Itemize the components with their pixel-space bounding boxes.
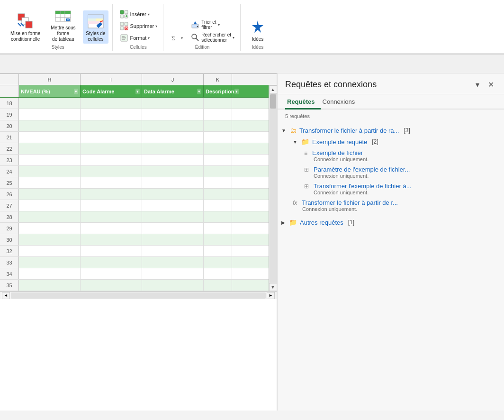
tab-requetes[interactable]: Requêtes <box>285 94 321 110</box>
cell-col-k[interactable] <box>204 177 232 188</box>
cell-col-k[interactable] <box>204 223 232 234</box>
query-item-transformer[interactable]: ▼ 🗂 Transformer le fichier à partir de r… <box>278 125 504 136</box>
cell-col-k[interactable] <box>204 234 232 245</box>
table-row[interactable]: 34 <box>0 268 269 280</box>
horizontal-scrollbar[interactable]: ◄ ► <box>0 291 277 299</box>
panel-close-btn[interactable]: ✕ <box>486 79 496 90</box>
scroll-h-track[interactable] <box>11 292 266 299</box>
inserer-button[interactable]: Insérer ▾ <box>117 9 160 20</box>
cell-col-j[interactable] <box>142 234 204 245</box>
cell-col-h[interactable] <box>19 268 81 279</box>
col-header-K[interactable]: K <box>204 74 232 85</box>
tab-connexions[interactable]: Connexions <box>321 94 361 110</box>
cell-col-i[interactable] <box>81 143 142 154</box>
query-item-parametre[interactable]: ⊞ Paramètre de l'exemple de fichier... C… <box>278 164 504 181</box>
scroll-left-btn[interactable]: ◄ <box>2 292 10 299</box>
query-name-q1-2[interactable]: Transformer le fichier à partir de r... <box>302 199 398 206</box>
cell-col-j[interactable] <box>142 98 204 109</box>
cell-col-h[interactable] <box>19 120 81 131</box>
table-row[interactable]: 33 <box>0 257 269 268</box>
cell-col-h[interactable] <box>19 166 81 177</box>
cell-col-i[interactable] <box>81 246 142 256</box>
styles-cellules-button[interactable]: Styles de cellules <box>83 10 108 44</box>
cell-col-j[interactable] <box>142 268 204 279</box>
cell-col-k[interactable] <box>204 155 232 165</box>
cell-col-k[interactable] <box>204 166 232 177</box>
cell-col-h[interactable] <box>19 109 81 120</box>
scroll-up-btn[interactable]: ▲ <box>269 85 277 93</box>
table-row[interactable]: 29 <box>0 223 269 234</box>
cell-col-i[interactable] <box>81 120 142 131</box>
table-row[interactable]: 30 <box>0 234 269 246</box>
cell-col-h[interactable] <box>19 155 81 165</box>
table-row[interactable]: 19 <box>0 109 269 120</box>
cell-col-h[interactable] <box>19 98 81 109</box>
filter-data-alarme[interactable]: ▾ <box>197 89 201 94</box>
cell-col-j[interactable] <box>142 109 204 120</box>
query-item-transformer-exemple[interactable]: ⊞ Transformer l'exemple de fichier à... … <box>278 181 504 197</box>
mettre-sous-forme-button[interactable]: Mettre sous forme de tableau <box>45 5 81 44</box>
expand-q1-1[interactable]: ▼ <box>293 139 297 145</box>
table-row[interactable]: 35 <box>0 280 269 291</box>
query-name-q2[interactable]: Autres requêtes <box>300 219 343 226</box>
cell-col-h[interactable] <box>19 189 81 200</box>
scroll-track[interactable] <box>269 93 277 283</box>
cell-col-k[interactable] <box>204 257 232 268</box>
cell-col-i[interactable] <box>81 132 142 143</box>
expand-q1[interactable]: ▼ <box>281 128 286 133</box>
table-row[interactable]: 22 <box>0 143 269 155</box>
cell-col-h[interactable] <box>19 246 81 256</box>
filter-description[interactable]: ▾ <box>234 89 239 94</box>
query-item-transformer-fx[interactable]: fx Transformer le fichier à partir de r.… <box>278 197 504 214</box>
query-name-q1-1-3[interactable]: Transformer l'exemple de fichier à... <box>314 183 411 190</box>
cell-col-k[interactable] <box>204 132 232 143</box>
cell-col-k[interactable] <box>204 246 232 256</box>
cell-col-i[interactable] <box>81 211 142 222</box>
scroll-down-btn[interactable]: ▼ <box>269 283 277 291</box>
table-row[interactable]: 27 <box>0 200 269 211</box>
table-row[interactable]: 24 <box>0 166 269 177</box>
cell-col-k[interactable] <box>204 211 232 222</box>
cell-col-h[interactable] <box>19 280 81 291</box>
panel-settings-btn[interactable]: ▾ <box>473 79 482 90</box>
table-row[interactable]: 28 <box>0 211 269 223</box>
cell-col-j[interactable] <box>142 166 204 177</box>
table-row[interactable]: 23 <box>0 155 269 166</box>
trier-button[interactable]: Trier etfiltrer ▾ <box>189 18 236 31</box>
table-row[interactable]: 18 <box>0 98 269 109</box>
cell-col-i[interactable] <box>81 200 142 211</box>
mise-en-forme-button[interactable]: Mise en forme conditionnelle <box>8 10 43 44</box>
query-name-q1-1-1[interactable]: Exemple de fichier <box>312 149 363 156</box>
query-name-q1-1[interactable]: Exemple de requête <box>312 138 367 146</box>
cell-col-h[interactable] <box>19 257 81 268</box>
vertical-scrollbar[interactable]: ▲ ▼ <box>269 85 277 291</box>
cell-col-k[interactable] <box>204 189 232 200</box>
cell-col-k[interactable] <box>204 280 232 291</box>
table-row[interactable]: 25 <box>0 177 269 189</box>
expand-q2[interactable]: ▶ <box>281 220 285 225</box>
cell-col-h[interactable] <box>19 143 81 154</box>
cell-col-j[interactable] <box>142 189 204 200</box>
query-name-q1-1-2[interactable]: Paramètre de l'exemple de fichier... <box>314 166 410 173</box>
cell-col-i[interactable] <box>81 223 142 234</box>
cell-col-j[interactable] <box>142 155 204 165</box>
cell-col-j[interactable] <box>142 223 204 234</box>
cell-col-j[interactable] <box>142 280 204 291</box>
cell-col-i[interactable] <box>81 234 142 245</box>
cell-col-h[interactable] <box>19 177 81 188</box>
idees-button[interactable]: Idées <box>245 16 270 44</box>
format-button[interactable]: Format ▾ <box>117 32 160 44</box>
table-row[interactable]: 32 <box>0 246 269 257</box>
cell-col-j[interactable] <box>142 132 204 143</box>
cell-col-j[interactable] <box>142 120 204 131</box>
cell-col-k[interactable] <box>204 143 232 154</box>
cell-col-j[interactable] <box>142 177 204 188</box>
col-header-I[interactable]: I <box>81 74 142 85</box>
cell-col-h[interactable] <box>19 234 81 245</box>
cell-col-h[interactable] <box>19 132 81 143</box>
cell-col-j[interactable] <box>142 143 204 154</box>
cell-col-j[interactable] <box>142 257 204 268</box>
cell-col-i[interactable] <box>81 166 142 177</box>
cell-col-k[interactable] <box>204 200 232 211</box>
cell-col-h[interactable] <box>19 223 81 234</box>
